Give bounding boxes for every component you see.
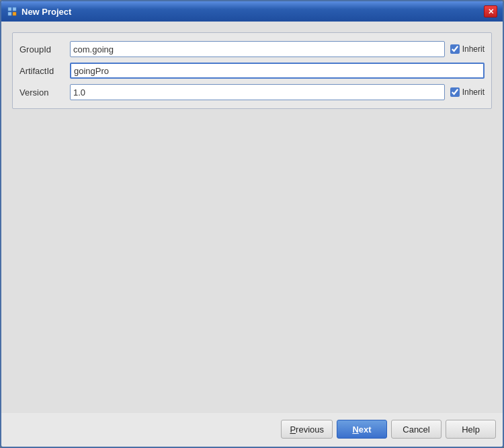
window-title: New Project (22, 7, 484, 17)
button-bar: Previous Next Cancel Help (1, 413, 503, 447)
version-label: Version (19, 87, 70, 98)
group-id-row: GroupId Inherit (19, 41, 485, 57)
close-button[interactable]: ✕ (484, 5, 497, 17)
help-button-label: Help (462, 424, 480, 435)
window-icon (7, 6, 17, 17)
svg-rect-0 (8, 7, 11, 11)
svg-rect-3 (13, 12, 16, 15)
previous-button[interactable]: Previous (281, 420, 333, 439)
version-inherit-label: Inherit (462, 87, 485, 97)
group-id-inherit-container: Inherit (450, 44, 485, 54)
version-row: Version Inherit (19, 84, 485, 100)
cancel-button[interactable]: Cancel (391, 420, 442, 439)
version-inherit-checkbox[interactable] (450, 87, 460, 97)
artifact-id-label: ArtifactId (19, 66, 70, 76)
artifact-id-row: ArtifactId (19, 63, 485, 79)
group-id-inherit-label: Inherit (462, 44, 485, 54)
version-inherit-container: Inherit (450, 87, 485, 97)
content-area: GroupId Inherit ArtifactId Version Inher… (1, 22, 503, 413)
cancel-button-label: Cancel (403, 424, 429, 435)
previous-button-label: Previous (290, 424, 324, 435)
new-project-window: New Project ✕ GroupId Inherit ArtifactId (0, 0, 504, 448)
version-input[interactable] (70, 84, 445, 100)
group-id-label: GroupId (19, 44, 70, 54)
artifact-id-input[interactable] (70, 63, 485, 79)
title-bar: New Project ✕ (1, 1, 503, 22)
help-button[interactable]: Help (446, 420, 496, 439)
next-button[interactable]: Next (337, 420, 387, 439)
group-id-inherit-checkbox[interactable] (450, 44, 460, 54)
svg-rect-2 (8, 12, 11, 15)
next-button-label: Next (352, 424, 371, 435)
form-area: GroupId Inherit ArtifactId Version Inher… (12, 32, 492, 109)
group-id-input[interactable] (70, 41, 445, 57)
svg-rect-1 (13, 7, 16, 11)
